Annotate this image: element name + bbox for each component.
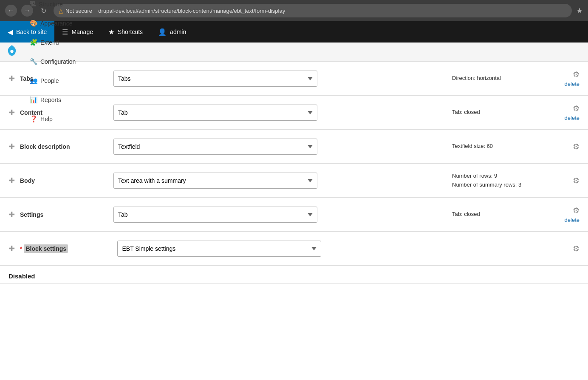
field-summary-body: Number of rows: 9Number of summary rows:… — [452, 172, 546, 190]
form-row-tabs: ✚ Tabs Tabs Direction: horizontal ⚙ dele… — [0, 62, 588, 96]
widget-select-block-description[interactable]: Textfield — [113, 139, 317, 155]
field-summary-settings: Tab: closed — [452, 210, 546, 219]
widget-select-wrap-block-description: Textfield — [113, 139, 444, 155]
field-actions-settings: ⚙ delete — [546, 206, 580, 223]
back-arrow-icon: ◀ — [8, 28, 13, 36]
widget-select-content[interactable]: Tab — [113, 105, 317, 121]
field-summary-content: Tab: closed — [452, 108, 546, 117]
widget-select-wrap-content: Tab — [113, 105, 444, 121]
shortcuts-button[interactable]: ★ Shortcuts — [101, 21, 150, 43]
drag-handle-block-settings[interactable]: ✚ — [8, 244, 15, 253]
back-button[interactable]: ← — [5, 5, 17, 17]
nav-item-extend[interactable]: 🧩Extend — [24, 33, 82, 52]
form-row-settings: ✚ Settings Tab Tab: closed ⚙ delete — [0, 198, 588, 232]
widget-select-wrap-tabs: Tabs — [113, 71, 444, 87]
field-actions-tabs: ⚙ delete — [546, 70, 580, 87]
admin-toolbar: ◀ Back to site ☰ Manage ★ Shortcuts 👤 ad… — [0, 21, 588, 43]
form-row-body: ✚ Body Text area with a summary Number o… — [0, 164, 588, 198]
form-row-block-settings: ✚ * Block settings EBT Simple settings ⚙ — [0, 232, 588, 266]
field-actions-block-description: ⚙ — [546, 142, 580, 151]
gear-icon-block-description[interactable]: ⚙ — [573, 142, 580, 151]
widget-select-wrap-body: Text area with a summary — [113, 173, 444, 189]
drag-handle-body[interactable]: ✚ — [8, 176, 15, 185]
drag-handle-tabs[interactable]: ✚ — [8, 74, 15, 83]
widget-select-block-settings[interactable]: EBT Simple settings — [117, 241, 321, 257]
nav-item-configuration[interactable]: 🔧Configuration — [24, 52, 82, 71]
browser-bar: ← → ↻ △ Not secure drupal-dev.local/admi… — [0, 0, 588, 21]
reports-nav-icon: 📊 — [30, 96, 38, 104]
url-text: Not secure drupal-dev.local/admin/struct… — [65, 8, 285, 14]
bookmark-icon[interactable]: ★ — [576, 6, 583, 15]
svg-point-0 — [10, 50, 13, 53]
widget-select-settings[interactable]: Tab — [113, 207, 317, 223]
delete-link-tabs[interactable]: delete — [565, 81, 580, 87]
admin-user-button[interactable]: 👤 admin — [150, 21, 194, 43]
gear-icon-block-settings[interactable]: ⚙ — [573, 244, 580, 253]
gear-icon-body[interactable]: ⚙ — [573, 176, 580, 185]
field-label-body: Body — [20, 177, 105, 184]
drag-handle-block-description[interactable]: ✚ — [8, 142, 15, 151]
nav-item-appearance[interactable]: 🎨Appearance — [24, 14, 82, 33]
appearance-nav-icon: 🎨 — [30, 20, 38, 27]
disabled-section-header: Disabled — [0, 266, 588, 283]
field-label-tabs: Tabs — [20, 75, 105, 82]
gear-icon-settings[interactable]: ⚙ — [573, 206, 580, 215]
field-label-highlighted: Block settings — [24, 244, 68, 253]
drupal-logo[interactable] — [3, 43, 20, 60]
field-label-content: Content — [20, 109, 105, 116]
url-bar[interactable]: △ Not secure drupal-dev.local/admin/stru… — [54, 4, 572, 17]
delete-link-content[interactable]: delete — [565, 115, 580, 121]
nav-item-structure[interactable]: 🏗Structure — [24, 0, 82, 14]
drag-handle-settings[interactable]: ✚ — [8, 210, 15, 219]
drag-handle-content[interactable]: ✚ — [8, 108, 15, 117]
content-area: ✚ Tabs Tabs Direction: horizontal ⚙ dele… — [0, 62, 588, 284]
configuration-nav-icon: 🔧 — [30, 58, 38, 65]
widget-select-body[interactable]: Text area with a summary — [113, 173, 317, 189]
field-summary-block-description: Textfield size: 60 — [452, 142, 546, 151]
widget-select-wrap-settings: Tab — [113, 207, 444, 223]
widget-select-wrap-block-settings: EBT Simple settings — [117, 241, 444, 257]
gear-icon-tabs[interactable]: ⚙ — [573, 70, 580, 79]
form-row-content: ✚ Content Tab Tab: closed ⚙ delete — [0, 96, 588, 130]
widget-select-tabs[interactable]: Tabs — [113, 71, 317, 87]
field-actions-body: ⚙ — [546, 176, 580, 185]
field-summary-tabs: Direction: horizontal — [452, 74, 546, 83]
field-label-block-description: Block description — [20, 143, 105, 150]
help-nav-icon: ❓ — [30, 115, 38, 123]
extend-nav-icon: 🧩 — [30, 39, 38, 46]
user-icon: 👤 — [158, 28, 167, 36]
form-row-block-description: ✚ Block description Textfield Textfield … — [0, 130, 588, 164]
nav-item-reports[interactable]: 📊Reports — [24, 90, 82, 109]
form-rows-container: ✚ Tabs Tabs Direction: horizontal ⚙ dele… — [0, 62, 588, 266]
star-icon: ★ — [108, 28, 114, 36]
delete-link-settings[interactable]: delete — [565, 217, 580, 223]
field-actions-block-settings: ⚙ — [546, 244, 580, 253]
field-label-settings: Settings — [20, 211, 105, 218]
drupal-nav: 📄Content🏗Structure🎨Appearance🧩Extend🔧Con… — [0, 43, 588, 62]
structure-nav-icon: 🏗 — [30, 0, 36, 8]
field-label-block-settings: Block settings — [24, 245, 109, 252]
field-actions-content: ⚙ delete — [546, 104, 580, 121]
gear-icon-content[interactable]: ⚙ — [573, 104, 580, 113]
